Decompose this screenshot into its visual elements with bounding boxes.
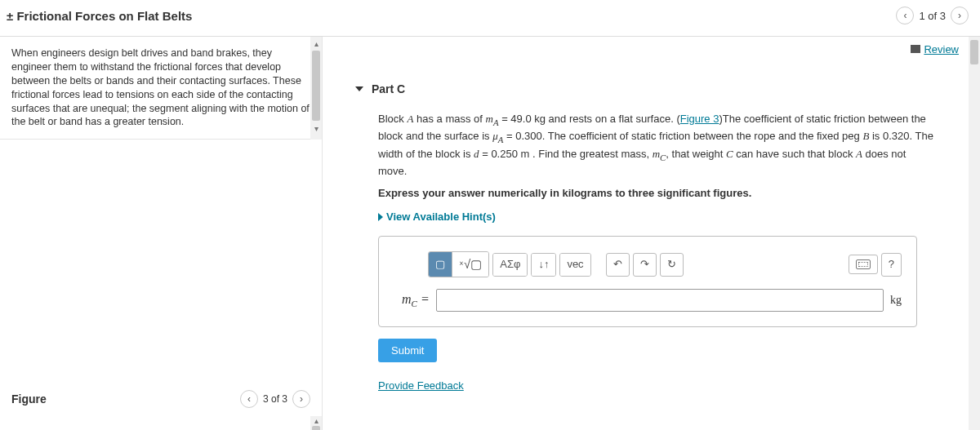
page-indicator: 1 of 3 bbox=[919, 10, 946, 22]
fig-scroll-thumb[interactable] bbox=[312, 426, 320, 430]
sqrt-button[interactable]: ˣ√▢ bbox=[452, 252, 488, 277]
review-link-wrap: Review bbox=[911, 43, 959, 55]
redo-button[interactable]: ↷ bbox=[633, 253, 657, 277]
fig-scroll-up-icon[interactable]: ▴ bbox=[310, 416, 322, 425]
subsup-button[interactable]: ↓↑ bbox=[532, 254, 555, 276]
figure-heading: Figure bbox=[11, 392, 47, 406]
provide-feedback-link[interactable]: Provide Feedback bbox=[378, 379, 936, 394]
right-scroll-thumb[interactable] bbox=[970, 40, 978, 64]
problem-statement: Block A has a mass of mA = 49.0 kg and r… bbox=[378, 112, 936, 180]
greek-button[interactable]: ΑΣφ bbox=[493, 254, 527, 276]
figure-scrollbar[interactable]: ▴ bbox=[310, 416, 322, 430]
keyboard-icon bbox=[856, 259, 871, 269]
scroll-down-icon[interactable]: ▾ bbox=[310, 122, 322, 135]
answer-input[interactable] bbox=[436, 289, 884, 312]
reset-button[interactable]: ↻ bbox=[660, 253, 684, 277]
review-link[interactable]: Review bbox=[924, 43, 959, 55]
right-scrollbar[interactable] bbox=[969, 37, 980, 430]
prev-page-button[interactable]: ‹ bbox=[896, 7, 914, 24]
flag-icon bbox=[911, 45, 920, 53]
page-title: ± Frictional Forces on Flat Belts bbox=[7, 9, 192, 23]
equation-toolbar: ▢ ˣ√▢ ΑΣφ ↓↑ vec ↶ ↷ ↻ bbox=[428, 251, 902, 277]
figure-diagram: A d 0.300 m 0.200 m bbox=[11, 424, 297, 430]
intro-scrollbar[interactable]: ▴ ▾ bbox=[310, 37, 322, 140]
view-hints-toggle[interactable]: View Available Hint(s) bbox=[378, 210, 936, 225]
scroll-thumb[interactable] bbox=[312, 51, 320, 121]
figure-pager: ‹ 3 of 3 › bbox=[240, 390, 310, 408]
intro-text: When engineers design belt drives and ba… bbox=[0, 37, 322, 140]
scroll-up-icon[interactable]: ▴ bbox=[310, 37, 322, 50]
keyboard-button[interactable] bbox=[849, 255, 878, 274]
triangle-right-icon bbox=[378, 213, 383, 221]
vec-button[interactable]: vec bbox=[560, 254, 590, 276]
part-label: Part C bbox=[372, 82, 405, 95]
figure-3-link[interactable]: Figure 3 bbox=[680, 113, 719, 125]
figure-page-indicator: 3 of 3 bbox=[263, 393, 287, 405]
templates-button[interactable]: ▢ bbox=[429, 252, 452, 277]
next-page-button[interactable]: › bbox=[951, 7, 969, 24]
figure-next-button[interactable]: › bbox=[292, 390, 310, 408]
answer-unit: kg bbox=[890, 292, 902, 308]
submit-button[interactable]: Submit bbox=[378, 339, 437, 362]
part-toggle-icon[interactable] bbox=[355, 86, 363, 91]
figure-prev-button[interactable]: ‹ bbox=[240, 390, 258, 408]
top-pager: ‹ 1 of 3 › bbox=[896, 7, 969, 24]
answer-variable-label: mC = bbox=[402, 290, 430, 311]
undo-button[interactable]: ↶ bbox=[606, 253, 630, 277]
answer-box: ▢ ˣ√▢ ΑΣφ ↓↑ vec ↶ ↷ ↻ bbox=[378, 236, 917, 327]
help-button[interactable]: ? bbox=[881, 253, 902, 277]
answer-instructions: Express your answer numerically in kilog… bbox=[378, 186, 936, 202]
